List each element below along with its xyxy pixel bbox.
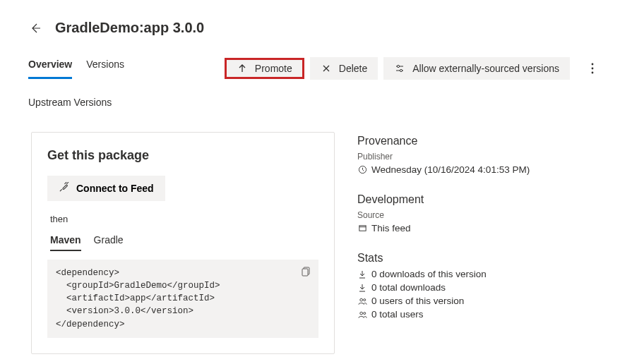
tab-gradle[interactable]: Gradle [94, 234, 124, 251]
stat-users-version: 0 users of this version [371, 296, 464, 306]
source-label: Source [357, 210, 608, 220]
svg-point-12 [363, 312, 365, 314]
get-package-card: Get this package Connect to Feed then Ma… [31, 132, 335, 354]
svg-rect-8 [359, 226, 365, 231]
svg-point-1 [400, 69, 403, 71]
allow-external-button[interactable]: Allow externally-sourced versions [383, 57, 570, 80]
download-icon [357, 283, 367, 293]
download-icon [357, 269, 367, 279]
x-icon [321, 63, 332, 74]
stats-title: Stats [357, 252, 608, 265]
connect-to-feed-button[interactable]: Connect to Feed [47, 176, 165, 201]
arrow-up-icon [237, 63, 248, 74]
tab-versions[interactable]: Versions [86, 59, 124, 79]
publisher-label: Publisher [357, 152, 608, 162]
source-value: This feed [371, 223, 411, 233]
feed-icon [357, 224, 367, 233]
allow-external-label: Allow externally-sourced versions [412, 63, 559, 74]
provenance-section: Provenance Publisher Wednesday (10/16/20… [357, 135, 608, 175]
sliders-icon [394, 63, 405, 74]
connect-to-feed-label: Connect to Feed [76, 183, 154, 194]
published-at: Wednesday (10/16/2024 4:01:53 PM) [371, 164, 530, 175]
svg-point-0 [398, 65, 400, 67]
main-tabs: Overview Versions [28, 59, 124, 79]
stat-downloads-version: 0 downloads of this version [371, 269, 487, 279]
stats-section: Stats 0 downloads of this version 0 tota… [357, 252, 608, 320]
delete-label: Delete [339, 63, 367, 74]
dependency-snippet: <dependency> <groupId>GradleDemo</groupI… [47, 260, 318, 338]
promote-label: Promote [255, 63, 292, 74]
upstream-versions-heading: Upstream Versions [0, 84, 632, 108]
users-icon [357, 296, 367, 306]
tab-maven[interactable]: Maven [50, 234, 81, 251]
package-format-tabs: Maven Gradle [50, 234, 318, 251]
users-icon [357, 310, 367, 320]
stat-users-total: 0 total users [371, 309, 424, 320]
copy-button[interactable] [299, 264, 314, 279]
svg-point-4 [592, 72, 594, 74]
back-button[interactable] [28, 21, 42, 35]
svg-point-11 [359, 312, 362, 315]
promote-button[interactable]: Promote [225, 58, 304, 79]
svg-point-2 [592, 63, 594, 66]
svg-point-9 [359, 298, 362, 301]
plug-icon [59, 182, 69, 195]
svg-point-3 [592, 68, 594, 70]
clock-icon [357, 165, 367, 175]
svg-rect-6 [302, 269, 308, 276]
svg-point-10 [363, 298, 365, 301]
provenance-title: Provenance [357, 135, 608, 147]
development-title: Development [357, 193, 608, 206]
stat-downloads-total: 0 total downloads [371, 282, 446, 293]
tab-overview[interactable]: Overview [28, 59, 72, 79]
then-label: then [50, 214, 316, 224]
page-title: GradleDemo:app 3.0.0 [55, 20, 204, 36]
development-section: Development Source This feed [357, 193, 608, 233]
get-package-title: Get this package [47, 148, 318, 163]
delete-button[interactable]: Delete [310, 57, 378, 80]
more-menu-button[interactable] [581, 57, 604, 80]
